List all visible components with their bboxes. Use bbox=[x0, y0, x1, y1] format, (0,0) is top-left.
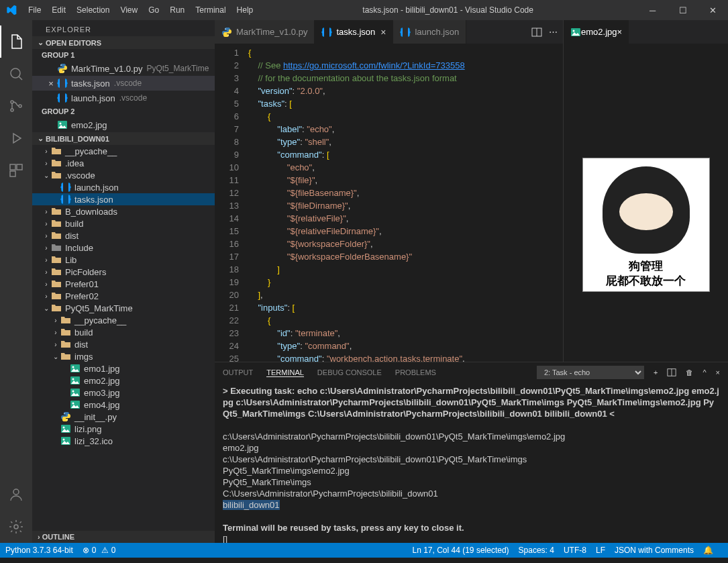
scm-icon[interactable] bbox=[0, 90, 32, 122]
code-editor[interactable]: { // See https://go.microsoft.com/fwlink… bbox=[248, 44, 563, 362]
open-editors-header[interactable]: OPEN EDITORS bbox=[32, 36, 215, 49]
outline-header[interactable]: OUTLINE bbox=[32, 531, 215, 543]
tree-item[interactable]: emo4.jpg bbox=[32, 399, 215, 411]
explorer-icon[interactable] bbox=[0, 25, 32, 58]
menu-view[interactable]: View bbox=[115, 5, 143, 15]
maximize-button[interactable]: ☐ bbox=[668, 0, 698, 20]
tree-item[interactable]: lizi.png bbox=[32, 423, 215, 435]
status-bell-icon[interactable]: 🔔 bbox=[703, 546, 713, 555]
tree-item[interactable]: imgs bbox=[32, 350, 215, 362]
tree-item[interactable]: launch.json bbox=[32, 181, 215, 193]
svg-point-8 bbox=[14, 525, 18, 529]
tree-item[interactable]: .idea bbox=[32, 157, 215, 169]
editor-tab[interactable]: emo2.jpg× bbox=[564, 20, 629, 44]
open-editor-item[interactable]: launch.json.vscode bbox=[32, 91, 215, 105]
tree-item[interactable]: emo3.jpg bbox=[32, 387, 215, 399]
sidebar: EXPLORER OPEN EDITORS GROUP 1 MarkTime_v… bbox=[32, 20, 215, 543]
tree-item[interactable]: build bbox=[32, 326, 215, 338]
svg-point-22 bbox=[66, 419, 67, 420]
new-terminal-icon[interactable]: + bbox=[654, 368, 658, 376]
status-python[interactable]: Python 3.7.3 64-bit bbox=[5, 546, 73, 555]
svg-point-27 bbox=[225, 28, 225, 29]
tree-item[interactable]: tasks.json bbox=[32, 193, 215, 205]
open-editor-item[interactable]: MarkTime_v1.0.pyPyQt5_MarkTime bbox=[32, 61, 215, 76]
menu-selection[interactable]: Selection bbox=[71, 5, 115, 15]
debug-icon[interactable] bbox=[0, 122, 32, 154]
extensions-icon[interactable] bbox=[0, 154, 32, 187]
tree-item[interactable]: __pycache__ bbox=[32, 145, 215, 157]
panel-tab-output[interactable]: OUTPUT bbox=[223, 368, 253, 376]
menu-edit[interactable]: Edit bbox=[46, 5, 71, 15]
split-terminal-icon[interactable] bbox=[667, 368, 676, 377]
tree-item[interactable]: Prefer01 bbox=[32, 278, 215, 290]
menu-terminal[interactable]: Terminal bbox=[190, 5, 231, 15]
close-panel-icon[interactable]: × bbox=[716, 368, 720, 376]
tree-item[interactable]: Include bbox=[32, 242, 215, 254]
tree-item[interactable]: emo2.jpg bbox=[32, 374, 215, 387]
svg-point-2 bbox=[11, 109, 13, 111]
svg-point-16 bbox=[72, 378, 74, 380]
more-actions-icon[interactable]: ⋯ bbox=[549, 27, 558, 37]
tree-item[interactable]: dist bbox=[32, 338, 215, 350]
svg-point-14 bbox=[72, 366, 74, 368]
activity-bar bbox=[0, 20, 32, 543]
panel-tab-problems[interactable]: PROBLEMS bbox=[395, 368, 436, 376]
editor-group-2-tabs: emo2.jpg× bbox=[564, 20, 728, 44]
svg-point-31 bbox=[573, 30, 575, 32]
close-button[interactable]: ✕ bbox=[698, 0, 728, 20]
tree-item[interactable]: lizi_32.ico bbox=[32, 435, 215, 447]
minimize-button[interactable]: ─ bbox=[637, 0, 668, 20]
status-language[interactable]: JSON with Comments bbox=[615, 546, 694, 555]
tree-item[interactable]: PicFolders bbox=[32, 266, 215, 278]
settings-icon[interactable] bbox=[0, 511, 32, 543]
open-editor-item[interactable]: ×tasks.json.vscode bbox=[32, 76, 215, 91]
status-problems[interactable]: ⊗ 0 ⚠ 0 bbox=[83, 546, 116, 555]
status-eol[interactable]: LF bbox=[596, 546, 605, 555]
svg-rect-5 bbox=[17, 164, 22, 170]
terminal-output[interactable]: > Executing task: echo c:\Users\Administ… bbox=[215, 382, 728, 543]
menu-go[interactable]: Go bbox=[143, 5, 164, 15]
svg-point-3 bbox=[19, 105, 21, 107]
status-spaces[interactable]: Spaces: 4 bbox=[519, 546, 554, 555]
account-icon[interactable] bbox=[0, 478, 32, 511]
svg-point-10 bbox=[63, 71, 64, 72]
panel-tab-terminal[interactable]: TERMINAL bbox=[266, 368, 304, 377]
search-icon[interactable] bbox=[0, 58, 32, 90]
panel-tab-debug-console[interactable]: DEBUG CONSOLE bbox=[317, 368, 382, 376]
svg-point-9 bbox=[60, 64, 61, 65]
sidebar-title: EXPLORER bbox=[32, 20, 215, 36]
terminal-dropdown[interactable]: 2: Task - echo bbox=[537, 366, 644, 379]
editor-tab[interactable]: tasks.json× bbox=[315, 20, 393, 44]
status-lncol[interactable]: Ln 17, Col 44 (19 selected) bbox=[412, 546, 509, 555]
tree-item[interactable]: B_downloads bbox=[32, 205, 215, 217]
tree-item[interactable]: emo1.jpg bbox=[32, 362, 215, 374]
menu-help[interactable]: Help bbox=[231, 5, 259, 15]
tree-item[interactable]: build bbox=[32, 217, 215, 229]
tree-item[interactable]: Lib bbox=[32, 254, 215, 266]
split-editor-icon[interactable] bbox=[531, 27, 542, 38]
svg-point-18 bbox=[72, 391, 74, 393]
maximize-panel-icon[interactable]: ^ bbox=[703, 368, 706, 376]
status-encoding[interactable]: UTF-8 bbox=[564, 546, 586, 555]
line-gutter: 1234567891011121314151617181920212223242… bbox=[215, 44, 248, 362]
svg-rect-4 bbox=[10, 164, 15, 170]
tree-item[interactable]: PyQt5_MarkTime bbox=[32, 302, 215, 314]
svg-point-0 bbox=[11, 68, 20, 78]
svg-point-1 bbox=[11, 101, 13, 103]
menu-run[interactable]: Run bbox=[164, 5, 190, 15]
svg-point-12 bbox=[60, 123, 62, 125]
editor-tab[interactable]: MarkTime_v1.0.py bbox=[215, 20, 315, 44]
menu-bar: FileEditSelectionViewGoRunTerminalHelp bbox=[23, 5, 258, 15]
editor-tab[interactable]: launch.json bbox=[393, 20, 466, 44]
tree-item[interactable]: Prefer02 bbox=[32, 290, 215, 302]
open-editor-item[interactable]: emo2.jpg bbox=[32, 117, 215, 132]
kill-terminal-icon[interactable]: 🗑 bbox=[686, 368, 693, 376]
tree-item[interactable]: dist bbox=[32, 229, 215, 242]
tree-item[interactable]: __init__.py bbox=[32, 411, 215, 423]
bottom-panel: OUTPUTTERMINALDEBUG CONSOLEPROBLEMS2: Ta… bbox=[215, 362, 728, 543]
menu-file[interactable]: File bbox=[23, 5, 46, 15]
vscode-logo-icon bbox=[5, 4, 17, 16]
project-header[interactable]: BILIBILI_DOWN01 bbox=[32, 132, 215, 145]
tree-item[interactable]: __pycache__ bbox=[32, 314, 215, 326]
tree-item[interactable]: .vscode bbox=[32, 169, 215, 181]
